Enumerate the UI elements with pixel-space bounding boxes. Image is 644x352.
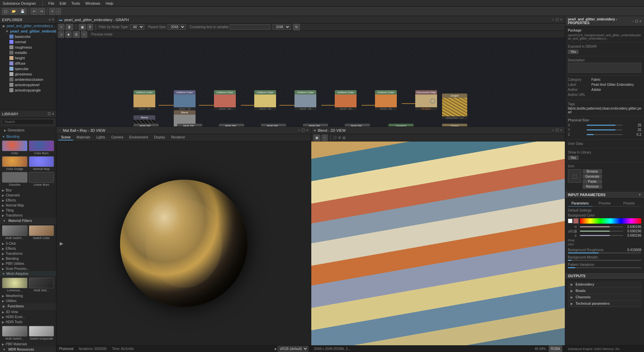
graph-grid-btn[interactable]: # — [87, 24, 93, 31]
zoom-in-btn[interactable]: + — [49, 8, 55, 15]
icon-generate-btn[interactable]: Generate — [583, 174, 602, 179]
sbsar-toggle[interactable]: Yes — [568, 50, 579, 54]
node-uniform-color-6[interactable]: Uniform Color 16x16 - CB — [335, 90, 357, 110]
functions-header[interactable]: ▶ Functions — [0, 303, 56, 309]
node-uniform-color-5[interactable]: Uniform Color 16x16 - CB — [294, 90, 316, 110]
graph-delete-btn[interactable]: 🗑 — [66, 24, 73, 31]
node-uniform-color-7[interactable]: Uniform Color 16x16 - CB — [375, 90, 397, 110]
param-tab-presets[interactable]: Presets — [617, 200, 641, 207]
node-large-5[interactable]: Multi SW... 2048x2048 - L1k — [303, 124, 328, 127]
category-tiling[interactable]: ▶ Tiling — [0, 208, 56, 213]
lib-transforms[interactable]: ▶ Transforms — [0, 251, 56, 256]
lib-thumb-linear-burn[interactable]: Linear Burn — [29, 172, 54, 186]
category-effects[interactable]: ▶ Effects — [0, 198, 56, 203]
lib-scan-process[interactable]: ▶ Scan Process... — [0, 266, 56, 271]
menu-tools[interactable]: Tools — [71, 1, 80, 5]
2d-settings-icon[interactable]: ⚙ — [338, 136, 341, 139]
graph-close-icon[interactable]: × — [560, 17, 562, 22]
menu-help[interactable]: Help — [106, 1, 113, 5]
node-type-filter[interactable]: All — [130, 24, 144, 30]
lib-thumb-luminous[interactable]: Luminous... — [2, 278, 28, 292]
2d-fit-btn[interactable]: ▣ — [313, 134, 320, 141]
lib-thumb-switch-grayscale[interactable]: Switch Grayscale — [29, 326, 54, 340]
roughness-track[interactable] — [568, 252, 641, 253]
lib-thumb-normal-mop[interactable]: Normal Mop — [29, 156, 54, 171]
undo-btn[interactable]: ↩ — [31, 8, 38, 15]
output-beads-header[interactable]: ▶ Beads — [568, 288, 641, 294]
menu-windows[interactable]: Windows — [85, 1, 100, 5]
node-large-2[interactable]: Multi SW... 2048x2048 - L1k — [177, 124, 202, 127]
menu-file[interactable]: File — [48, 1, 54, 5]
param-tab-parameters[interactable]: Parameters — [568, 200, 592, 207]
tree-item-basecolor[interactable]: basecolor — [0, 34, 56, 39]
output-embroidery-header[interactable]: ▶ Embroidery — [568, 282, 641, 288]
tab-camera[interactable]: Camera — [109, 135, 126, 140]
graph-zoom-fit-btn[interactable]: ▣ — [79, 24, 86, 31]
node-large-1[interactable]: Multi SW... 2048x2048 - L1k — [133, 124, 159, 127]
color-eye-dropper[interactable] — [568, 219, 573, 223]
view-2d-content[interactable] — [311, 141, 565, 345]
node-final-output[interactable]: Output 10.45ms — [442, 124, 467, 127]
lib-hdri-env[interactable]: ▶ HDRI Envir... — [0, 314, 56, 319]
tab-materials[interactable]: Materials — [74, 135, 93, 140]
2d-rgba-btn[interactable]: RGBA — [549, 346, 562, 352]
lib-pbr-materials[interactable]: ▶ PBR Materials — [0, 342, 56, 347]
menu-edit[interactable]: Edit — [60, 1, 66, 5]
color-hue-slider[interactable] — [580, 218, 641, 224]
lib-thumb-switch-gray[interactable]: Multi Switch... — [2, 326, 28, 340]
tree-item-ao[interactable]: ambientocclusion — [0, 77, 56, 82]
category-blur[interactable]: ▶ Blur — [0, 188, 56, 193]
graph-layout-btn[interactable]: ☰ — [73, 31, 80, 38]
explorer-close-icon[interactable]: × — [52, 18, 54, 21]
view-3d-content[interactable]: ▶ — [56, 141, 311, 345]
node-uniform-color-2[interactable]: Uniform Color 16x16 - CB — [174, 90, 196, 110]
tab-display[interactable]: Display — [151, 135, 168, 140]
lib-effects[interactable]: ▶ Effects — [0, 246, 56, 251]
save-btn[interactable]: 💾 — [18, 8, 26, 15]
view-3d-close-icon[interactable]: × — [306, 128, 308, 132]
lib-thumb-multi-sett[interactable]: Multi Sett... — [29, 278, 54, 292]
lib-thumb-dissolve[interactable]: Dissolve — [2, 172, 28, 186]
lib-thumb-color-burn[interactable]: Color Burn — [29, 140, 54, 155]
category-generators[interactable]: ▶ Generators — [2, 128, 54, 133]
category-channels[interactable]: ▶ Channels — [0, 193, 56, 198]
tab-lights[interactable]: Lights — [94, 135, 108, 140]
lib-utilities[interactable]: ▶ Utilities — [0, 298, 56, 303]
material-filters-header[interactable]: ▼ Material Filters — [0, 218, 56, 224]
tree-item-normal[interactable]: normal — [0, 39, 56, 45]
redo-btn[interactable]: ↪ — [38, 8, 45, 15]
lib-pbr-utils[interactable]: ▶ PBR Utilities — [0, 261, 56, 266]
lib-thumb-multi-switch-color[interactable]: Switch Color — [29, 225, 54, 240]
output-channels-header[interactable]: ▶ Channels — [568, 294, 641, 300]
prop-close-icon[interactable]: × — [639, 19, 641, 23]
output-technical-header[interactable]: ▶ Technical parameters — [568, 301, 641, 307]
graph-connect-btn[interactable]: ■ — [65, 31, 71, 38]
tab-scene[interactable]: Scene — [58, 135, 73, 140]
lib-blending2[interactable]: ▶ Blending — [0, 256, 56, 261]
parent-size-select[interactable]: 2048 — [168, 24, 185, 30]
mdr-header[interactable]: ▼ MDR Resources — [0, 347, 56, 352]
tab-renderer[interactable]: Renderer — [168, 135, 188, 140]
lib-3dview[interactable]: ▶ 3D View — [0, 309, 56, 314]
explorer-add-icon[interactable]: + — [49, 18, 51, 21]
zoom-out-btn[interactable]: - — [56, 8, 61, 15]
node-large-7[interactable]: Gradient 2048x2048 - L1k — [388, 124, 414, 127]
show-library-toggle[interactable]: Yes — [568, 156, 579, 160]
node-large-6[interactable]: Multi SW... 2048x2048 - L1k — [345, 124, 370, 127]
open-btn[interactable]: 📂 — [10, 8, 18, 15]
tree-item-package[interactable]: ▼ pearl_and_glitter_embroidery — [0, 28, 56, 34]
graph-add-btn[interactable]: + — [58, 24, 64, 31]
graph-node-btn[interactable]: ◃ — [58, 31, 64, 38]
library-close-icon[interactable]: × — [52, 112, 54, 116]
2d-histogram-icon[interactable]: ▤ — [342, 136, 345, 139]
lib-thumb-color[interactable]: Color — [2, 140, 28, 155]
containing-text-input[interactable] — [230, 24, 270, 30]
view-2d-icons[interactable]: ○ — [552, 128, 554, 132]
graph-canvas[interactable]: Uniform Color 16x16 - CB Uniform Color 1… — [56, 38, 565, 127]
tree-item-file[interactable]: ▶ pearl_and_glitter_embroidery.s... — [0, 23, 56, 28]
tree-item-height[interactable]: height — [0, 55, 56, 61]
icon-paste-btn[interactable]: Paste — [583, 179, 602, 184]
pattern-track[interactable] — [568, 267, 641, 268]
graph-refresh-btn[interactable]: ↻ — [293, 24, 300, 31]
node-disconnect-map[interactable]: Disconnect Map 39.83ms — [415, 90, 437, 110]
